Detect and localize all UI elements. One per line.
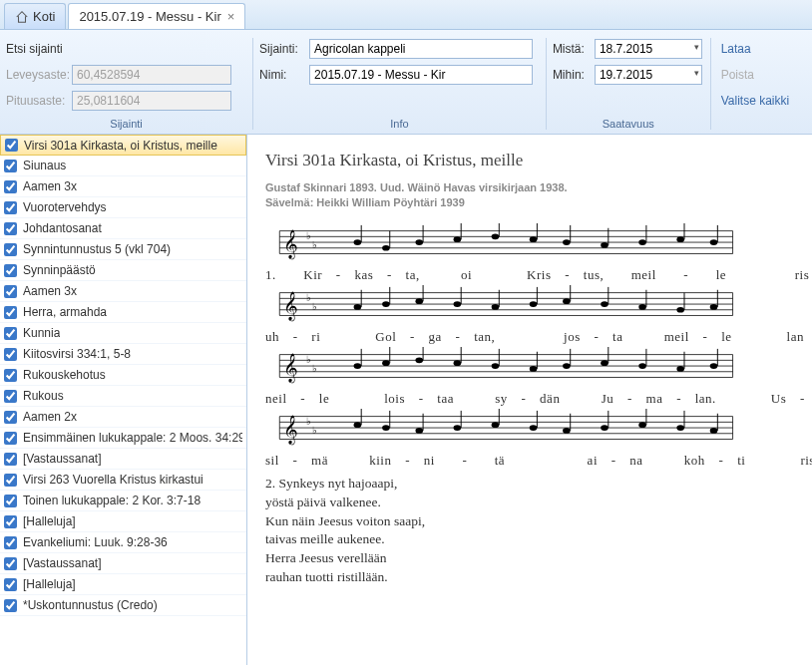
top-panel: Etsi sijainti Leveysaste: Pituusaste: Si… (0, 30, 812, 135)
tab-home[interactable]: Koti (4, 3, 66, 29)
list-item[interactable]: Kiitosvirsi 334:1, 5-8 (0, 344, 246, 365)
list-item-checkbox[interactable] (4, 411, 17, 424)
list-item[interactable]: [Vastaussanat] (0, 449, 246, 470)
svg-point-58 (638, 304, 646, 310)
loc-input[interactable] (309, 39, 533, 59)
to-label: Mihin: (553, 68, 591, 82)
svg-text:𝄞: 𝄞 (283, 352, 298, 383)
svg-text:𝄞: 𝄞 (283, 228, 298, 259)
svg-point-62 (710, 304, 718, 310)
list-item-label: Aamen 2x (23, 410, 77, 424)
close-icon[interactable]: × (227, 9, 235, 24)
list-item-checkbox[interactable] (4, 390, 17, 403)
svg-text:♭: ♭ (306, 230, 311, 241)
svg-point-12 (382, 245, 390, 251)
list-item[interactable]: [Vastaussanat] (0, 553, 246, 574)
list-item-checkbox[interactable] (4, 285, 17, 298)
list-item[interactable]: Synnintunnustus 5 (vkl 704) (0, 239, 246, 260)
list-item[interactable]: Aamen 2x (0, 407, 246, 428)
list-item[interactable]: [Halleluja] (0, 574, 246, 595)
list-item[interactable]: Virsi 301a Kirkasta, oi Kristus, meille (0, 135, 246, 156)
list-item-label: Evankeliumi: Luuk. 9:28-36 (23, 535, 168, 549)
list-item-checkbox[interactable] (5, 139, 18, 152)
list-item[interactable]: Siunaus (0, 156, 246, 176)
list-item-checkbox[interactable] (4, 578, 17, 591)
svg-point-124 (676, 425, 684, 431)
list-item-label: Siunaus (23, 159, 66, 172)
svg-point-52 (530, 301, 538, 307)
list-item-checkbox[interactable] (4, 369, 17, 382)
list-item-checkbox[interactable] (4, 515, 17, 528)
list-item-checkbox[interactable] (4, 160, 17, 172)
list-item-checkbox[interactable] (4, 557, 17, 570)
list-item-label: Kunnia (23, 326, 60, 340)
from-date[interactable] (595, 39, 702, 59)
list-item-checkbox[interactable] (4, 599, 17, 612)
list-item-checkbox[interactable] (4, 264, 17, 277)
svg-point-114 (492, 422, 500, 428)
search-title: Etsi sijainti (6, 42, 63, 56)
list-item[interactable]: Virsi 263 Vuorella Kristus kirkastui (0, 470, 246, 491)
list-item-checkbox[interactable] (4, 180, 17, 193)
svg-point-56 (601, 301, 609, 307)
list-item-checkbox[interactable] (4, 327, 17, 340)
svg-point-92 (676, 366, 684, 372)
list-item[interactable]: Synninpäästö (0, 260, 246, 281)
svg-point-76 (382, 360, 390, 366)
svg-point-16 (454, 236, 462, 242)
list-item-checkbox[interactable] (4, 495, 17, 507)
list-item-label: [Vastaussanat] (23, 452, 102, 466)
list-item-label: *Uskontunnustus (Credo) (23, 598, 158, 612)
svg-text:♭: ♭ (312, 239, 317, 250)
svg-point-10 (354, 239, 362, 245)
selectall-button[interactable]: Valitse kaikki (717, 92, 793, 110)
list-item[interactable]: *Uskontunnustus (Credo) (0, 595, 246, 616)
name-label: Nimi: (259, 68, 305, 82)
list-item[interactable]: Kunnia (0, 323, 246, 344)
list-item-label: Synnintunnustus 5 (vkl 704) (23, 242, 171, 256)
list-item-checkbox[interactable] (4, 474, 17, 487)
list-item-checkbox[interactable] (4, 432, 17, 445)
list-item-checkbox[interactable] (4, 306, 17, 319)
load-button[interactable]: Lataa (717, 40, 755, 58)
svg-point-110 (415, 428, 423, 434)
list-item[interactable]: Toinen lukukappale: 2 Kor. 3:7-18 (0, 491, 246, 511)
list-item-checkbox[interactable] (4, 243, 17, 256)
list-item[interactable]: Johdantosanat (0, 218, 246, 239)
list-item[interactable]: [Halleluja] (0, 511, 246, 532)
lat-label: Leveysaste: (6, 68, 68, 82)
list-item[interactable]: Vuorotervehdys (0, 197, 246, 218)
svg-point-106 (354, 422, 362, 428)
svg-point-118 (563, 428, 571, 434)
remove-button: Poista (717, 66, 758, 84)
list-item-checkbox[interactable] (4, 348, 17, 361)
list-item-checkbox[interactable] (4, 536, 17, 549)
list-item[interactable]: Herra, armahda (0, 302, 246, 323)
list-item-checkbox[interactable] (4, 453, 17, 466)
song-title: Virsi 301a Kirkasta, oi Kristus, meille (265, 151, 794, 170)
list-item[interactable]: Aamen 3x (0, 176, 246, 197)
svg-point-54 (563, 298, 571, 304)
song-list[interactable]: Virsi 301a Kirkasta, oi Kristus, meilleS… (0, 135, 247, 665)
tab-active[interactable]: 2015.07.19 - Messu - Kir × (68, 3, 245, 29)
list-item[interactable]: Aamen 3x (0, 281, 246, 302)
svg-text:♭: ♭ (306, 292, 311, 303)
svg-point-60 (676, 307, 684, 313)
list-item[interactable]: Ensimmäinen lukukappale: 2 Moos. 34:29-3… (0, 428, 246, 449)
song-meta: Gustaf Skinnari 1893. Uud. Wäinö Havas v… (265, 180, 794, 211)
tab-home-label: Koti (33, 9, 55, 24)
svg-point-28 (676, 236, 684, 242)
list-item-checkbox[interactable] (4, 222, 17, 235)
svg-point-44 (382, 301, 390, 307)
panel-info: Sijainti: Nimi: Info (259, 38, 547, 130)
list-item[interactable]: Evankeliumi: Luuk. 9:28-36 (0, 532, 246, 553)
list-item[interactable]: Rukous (0, 386, 246, 407)
loc-label: Sijainti: (259, 42, 305, 56)
verse-2: 2. Synkeys nyt hajoaapi, yöstä päivä val… (265, 475, 794, 587)
svg-point-30 (710, 239, 718, 245)
name-input[interactable] (309, 65, 533, 85)
svg-point-88 (601, 360, 609, 366)
list-item-checkbox[interactable] (4, 201, 17, 214)
to-date[interactable] (595, 65, 702, 85)
list-item[interactable]: Rukouskehotus (0, 365, 246, 386)
